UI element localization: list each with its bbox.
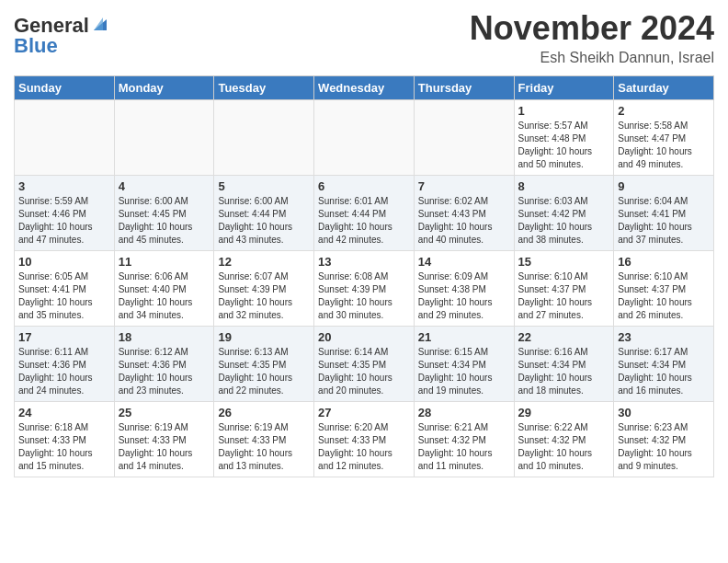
calendar-day-cell — [214, 100, 314, 176]
day-info: Sunrise: 6:07 AMSunset: 4:39 PMDaylight:… — [218, 270, 310, 322]
calendar-day-cell: 22Sunrise: 6:16 AMSunset: 4:34 PMDayligh… — [514, 327, 614, 402]
day-info: Sunrise: 6:10 AMSunset: 4:37 PMDaylight:… — [518, 270, 610, 322]
day-info: Sunrise: 6:04 AMSunset: 4:41 PMDaylight:… — [618, 195, 710, 247]
calendar-week-row: 17Sunrise: 6:11 AMSunset: 4:36 PMDayligh… — [15, 327, 714, 402]
day-info: Sunrise: 6:16 AMSunset: 4:34 PMDaylight:… — [518, 346, 610, 397]
day-info: Sunrise: 6:10 AMSunset: 4:37 PMDaylight:… — [618, 270, 710, 322]
calendar-day-cell: 30Sunrise: 6:23 AMSunset: 4:32 PMDayligh… — [614, 402, 714, 477]
day-number: 21 — [418, 330, 510, 344]
title-area: November 2024 Esh Sheikh Dannun, Israel — [470, 9, 714, 66]
day-info: Sunrise: 6:05 AMSunset: 4:41 PMDaylight:… — [18, 270, 110, 322]
calendar-day-cell: 27Sunrise: 6:20 AMSunset: 4:33 PMDayligh… — [314, 402, 415, 477]
calendar-day-cell — [15, 100, 115, 176]
calendar-week-row: 10Sunrise: 6:05 AMSunset: 4:41 PMDayligh… — [15, 251, 714, 327]
weekday-header: Thursday — [414, 76, 514, 100]
day-number: 14 — [418, 255, 510, 269]
calendar-table: SundayMondayTuesdayWednesdayThursdayFrid… — [14, 75, 714, 477]
logo-blue: Blue — [14, 34, 58, 58]
day-number: 1 — [518, 104, 610, 118]
calendar-day-cell — [414, 100, 514, 176]
calendar-day-cell: 15Sunrise: 6:10 AMSunset: 4:37 PMDayligh… — [514, 251, 614, 327]
calendar-day-cell: 11Sunrise: 6:06 AMSunset: 4:40 PMDayligh… — [114, 251, 214, 327]
day-info: Sunrise: 6:13 AMSunset: 4:35 PMDaylight:… — [218, 346, 310, 397]
logo: General Blue — [14, 14, 110, 58]
day-info: Sunrise: 6:14 AMSunset: 4:35 PMDaylight:… — [318, 346, 410, 397]
day-number: 24 — [18, 406, 110, 419]
day-number: 30 — [618, 406, 710, 419]
calendar-day-cell — [114, 100, 214, 176]
calendar-day-cell: 8Sunrise: 6:03 AMSunset: 4:42 PMDaylight… — [514, 176, 614, 251]
day-info: Sunrise: 6:02 AMSunset: 4:43 PMDaylight:… — [418, 195, 510, 247]
svg-marker-1 — [94, 17, 103, 30]
calendar-day-cell: 9Sunrise: 6:04 AMSunset: 4:41 PMDaylight… — [614, 176, 714, 251]
calendar-day-cell: 2Sunrise: 5:58 AMSunset: 4:47 PMDaylight… — [614, 100, 714, 176]
calendar-week-row: 24Sunrise: 6:18 AMSunset: 4:33 PMDayligh… — [15, 402, 714, 477]
calendar-week-row: 1Sunrise: 5:57 AMSunset: 4:48 PMDaylight… — [15, 100, 714, 176]
day-number: 18 — [119, 330, 210, 344]
calendar-header-row: SundayMondayTuesdayWednesdayThursdayFrid… — [15, 76, 714, 100]
weekday-header: Tuesday — [214, 76, 314, 100]
day-number: 25 — [119, 406, 210, 419]
calendar-day-cell: 25Sunrise: 6:19 AMSunset: 4:33 PMDayligh… — [114, 402, 214, 477]
day-number: 12 — [218, 255, 310, 269]
day-number: 9 — [618, 179, 710, 193]
calendar-week-row: 3Sunrise: 5:59 AMSunset: 4:46 PMDaylight… — [15, 176, 714, 251]
day-number: 19 — [218, 330, 310, 344]
day-info: Sunrise: 6:08 AMSunset: 4:39 PMDaylight:… — [318, 270, 410, 322]
day-info: Sunrise: 6:19 AMSunset: 4:33 PMDaylight:… — [119, 421, 210, 473]
calendar-day-cell: 19Sunrise: 6:13 AMSunset: 4:35 PMDayligh… — [214, 327, 314, 402]
day-number: 3 — [18, 179, 110, 193]
calendar-day-cell: 16Sunrise: 6:10 AMSunset: 4:37 PMDayligh… — [614, 251, 714, 327]
day-info: Sunrise: 6:23 AMSunset: 4:32 PMDaylight:… — [618, 421, 710, 473]
day-info: Sunrise: 6:11 AMSunset: 4:36 PMDaylight:… — [18, 346, 110, 397]
day-info: Sunrise: 6:15 AMSunset: 4:34 PMDaylight:… — [418, 346, 510, 397]
calendar-day-cell: 7Sunrise: 6:02 AMSunset: 4:43 PMDaylight… — [414, 176, 514, 251]
day-info: Sunrise: 5:58 AMSunset: 4:47 PMDaylight:… — [618, 120, 710, 171]
day-number: 8 — [518, 179, 610, 193]
day-number: 6 — [318, 179, 410, 193]
day-number: 23 — [618, 330, 710, 344]
day-number: 16 — [618, 255, 710, 269]
day-info: Sunrise: 6:12 AMSunset: 4:36 PMDaylight:… — [119, 346, 210, 397]
day-info: Sunrise: 6:00 AMSunset: 4:44 PMDaylight:… — [218, 195, 310, 247]
day-number: 15 — [518, 255, 610, 269]
calendar-day-cell: 20Sunrise: 6:14 AMSunset: 4:35 PMDayligh… — [314, 327, 415, 402]
day-info: Sunrise: 6:17 AMSunset: 4:34 PMDaylight:… — [618, 346, 710, 397]
calendar-day-cell: 10Sunrise: 6:05 AMSunset: 4:41 PMDayligh… — [15, 251, 115, 327]
weekday-header: Sunday — [15, 76, 115, 100]
day-number: 2 — [618, 104, 710, 118]
day-info: Sunrise: 6:22 AMSunset: 4:32 PMDaylight:… — [518, 421, 610, 473]
day-number: 7 — [418, 179, 510, 193]
weekday-header: Monday — [114, 76, 214, 100]
day-number: 4 — [119, 179, 210, 193]
weekday-header: Saturday — [614, 76, 714, 100]
day-number: 17 — [18, 330, 110, 344]
day-info: Sunrise: 6:19 AMSunset: 4:33 PMDaylight:… — [218, 421, 310, 473]
day-info: Sunrise: 5:59 AMSunset: 4:46 PMDaylight:… — [18, 195, 110, 247]
day-info: Sunrise: 6:18 AMSunset: 4:33 PMDaylight:… — [18, 421, 110, 473]
calendar-day-cell: 18Sunrise: 6:12 AMSunset: 4:36 PMDayligh… — [114, 327, 214, 402]
calendar-day-cell: 17Sunrise: 6:11 AMSunset: 4:36 PMDayligh… — [15, 327, 115, 402]
calendar-day-cell: 1Sunrise: 5:57 AMSunset: 4:48 PMDaylight… — [514, 100, 614, 176]
day-number: 29 — [518, 406, 610, 419]
calendar-day-cell: 3Sunrise: 5:59 AMSunset: 4:46 PMDaylight… — [15, 176, 115, 251]
calendar-day-cell: 4Sunrise: 6:00 AMSunset: 4:45 PMDaylight… — [114, 176, 214, 251]
weekday-header: Wednesday — [314, 76, 415, 100]
month-title: November 2024 — [470, 9, 714, 48]
calendar-day-cell: 28Sunrise: 6:21 AMSunset: 4:32 PMDayligh… — [414, 402, 514, 477]
day-info: Sunrise: 6:20 AMSunset: 4:33 PMDaylight:… — [318, 421, 410, 473]
day-number: 22 — [518, 330, 610, 344]
day-number: 11 — [119, 255, 210, 269]
day-number: 10 — [18, 255, 110, 269]
page-header: General Blue November 2024 Esh Sheikh Da… — [14, 9, 714, 66]
day-info: Sunrise: 6:06 AMSunset: 4:40 PMDaylight:… — [119, 270, 210, 322]
day-info: Sunrise: 6:21 AMSunset: 4:32 PMDaylight:… — [418, 421, 510, 473]
day-number: 28 — [418, 406, 510, 419]
calendar-day-cell: 6Sunrise: 6:01 AMSunset: 4:44 PMDaylight… — [314, 176, 415, 251]
location: Esh Sheikh Dannun, Israel — [470, 50, 714, 66]
day-info: Sunrise: 6:01 AMSunset: 4:44 PMDaylight:… — [318, 195, 410, 247]
day-number: 20 — [318, 330, 410, 344]
day-number: 5 — [218, 179, 310, 193]
calendar-day-cell: 14Sunrise: 6:09 AMSunset: 4:38 PMDayligh… — [414, 251, 514, 327]
logo-icon — [90, 14, 110, 34]
